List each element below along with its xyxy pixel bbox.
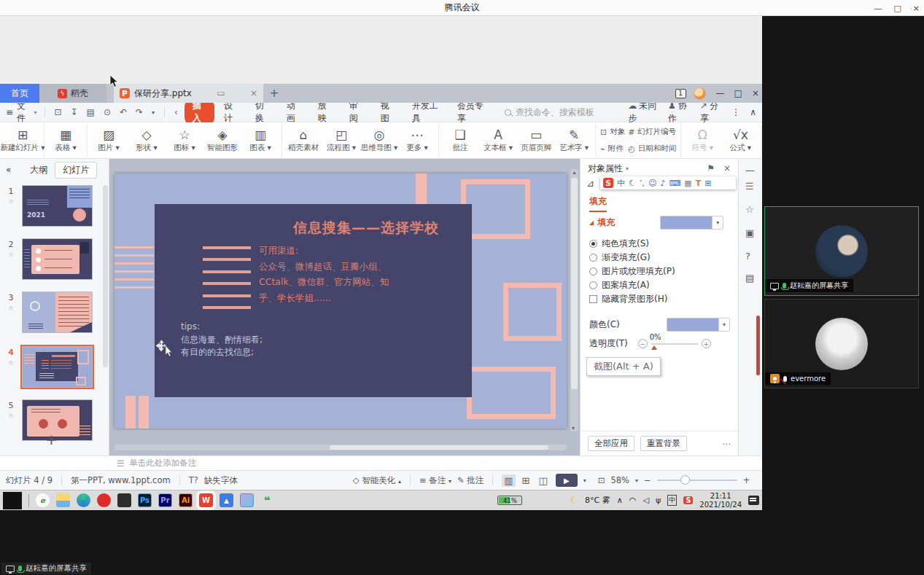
sogou-input-bar[interactable]: S 中 ☾ ’, ☺ ♪ ⌨ ▦ T ⊞: [600, 176, 736, 189]
undo-icon[interactable]: ↶: [117, 107, 129, 117]
fill-option-pattern[interactable]: 图案填充(A): [589, 279, 650, 292]
transparency-plus-button[interactable]: +: [702, 339, 711, 348]
ime-keyboard-icon[interactable]: ⌨: [669, 179, 680, 188]
ime-voice-icon[interactable]: ♪: [660, 179, 665, 188]
pin-icon[interactable]: ⚑: [707, 163, 715, 173]
fill-option-gradient[interactable]: 渐变填充(G): [589, 251, 651, 264]
redo-icon[interactable]: ↷: [133, 107, 145, 117]
zoom-in-button[interactable]: +: [743, 475, 750, 485]
ime-indicator[interactable]: 中: [667, 495, 677, 506]
reset-background-button[interactable]: 重置背景: [640, 436, 687, 451]
collapse-ribbon-icon[interactable]: ∧: [750, 107, 756, 117]
ribbon-button[interactable]: ✎艺术字 ▾: [555, 124, 593, 157]
apply-all-button[interactable]: 全部应用: [588, 436, 634, 451]
color-dropdown[interactable]: ▾: [667, 318, 730, 332]
fill-section-header[interactable]: ◢ 填充 ▾: [589, 216, 723, 230]
ribbon-button-object[interactable]: ⊡对象: [600, 127, 625, 137]
slide-thumbnail-4-selected[interactable]: [22, 346, 93, 388]
transparency-minus-button[interactable]: −: [638, 339, 648, 348]
ribbon-button[interactable]: ▨图片 ▾: [90, 124, 128, 157]
slide-content-card[interactable]: 信息搜集——选择学校 可用渠道:公众号、微博超话、豆瓣小组、CCtalk、微信群…: [155, 204, 472, 397]
wps-taskbar-icon[interactable]: W: [199, 493, 213, 507]
slide-thumbnail-2[interactable]: [22, 238, 93, 280]
properties-icon[interactable]: ☰: [745, 181, 754, 192]
ribbon-button[interactable]: ⊞新建幻灯片 ▾: [4, 124, 42, 157]
share-button[interactable]: ↗分享: [700, 100, 722, 125]
slider-marker[interactable]: [651, 345, 657, 350]
ribbon-button[interactable]: ◇形状 ▾: [128, 124, 166, 157]
canvas-horizontal-scrollbar[interactable]: [114, 445, 567, 450]
comment-button[interactable]: ✎ 批注: [457, 475, 484, 486]
ime-punct-icon[interactable]: ’,: [640, 179, 645, 188]
ime-ocr-icon[interactable]: ▦: [684, 179, 691, 188]
zoom-out-button[interactable]: −: [644, 475, 651, 485]
close-button[interactable]: ×: [913, 4, 920, 13]
ribbon-button[interactable]: ◰流程图 ▾: [322, 124, 360, 157]
beautify-wand-icon[interactable]: ☆: [745, 204, 754, 215]
add-slide-button[interactable]: +: [45, 431, 58, 448]
usb-icon[interactable]: ψ: [656, 496, 661, 505]
ribbon-button[interactable]: ⌂稻壳素材: [284, 124, 322, 157]
slide-thumbnail-3[interactable]: [22, 292, 93, 333]
participant-tile-evermore[interactable]: evermore: [764, 299, 919, 388]
tab-outline[interactable]: 大纲: [30, 164, 47, 176]
ribbon-button[interactable]: ⋯更多 ▾: [398, 124, 436, 157]
participant-tile-sharer[interactable]: 赵耘嘉的屏幕共享: [764, 206, 919, 296]
ribbon-button[interactable]: ▭页眉页脚: [517, 124, 555, 157]
ribbon-button[interactable]: ▥图表 ▾: [241, 124, 279, 157]
wps-close-button[interactable]: ×: [752, 88, 759, 98]
ime-skin-icon[interactable]: T: [696, 179, 702, 188]
sogou-tray-icon[interactable]: S: [683, 496, 693, 504]
sidebar-scrollbar[interactable]: [103, 185, 108, 367]
quickbar-more-icon[interactable]: ▾: [150, 109, 157, 116]
ime-night-icon[interactable]: ☾: [629, 179, 636, 188]
smart-beautify-button[interactable]: ◇ 智能美化 ▴: [353, 475, 401, 486]
fill-color-dropdown[interactable]: ▾: [660, 216, 723, 230]
wifi-icon[interactable]: ◠: [629, 496, 637, 505]
hide-background-checkbox[interactable]: 隐藏背景图形(H): [589, 293, 667, 305]
play-options-icon[interactable]: ▾: [583, 477, 586, 484]
preview-icon[interactable]: ⊙: [101, 107, 113, 117]
ribbon-scroll-left[interactable]: ‹: [172, 107, 180, 117]
wechat-icon[interactable]: ❝: [260, 493, 274, 507]
hidden-icons-chevron[interactable]: ∧: [617, 496, 623, 505]
ribbon-button[interactable]: ◎思维导图 ▾: [360, 124, 398, 157]
notes-button[interactable]: ≡ 备注 ▾: [419, 475, 451, 486]
ribbon-button[interactable]: ▦表格 ▾: [47, 124, 85, 157]
tab-slides[interactable]: 幻灯片: [55, 162, 97, 179]
strip-handle-icon[interactable]: —: [745, 165, 755, 176]
netease-music-icon[interactable]: [97, 493, 111, 507]
ribbon-button[interactable]: ☆图标 ▾: [166, 124, 203, 157]
command-search[interactable]: 查找命令、搜索模板: [505, 106, 624, 119]
file-menu[interactable]: ≡ 文件 ▾: [6, 100, 37, 125]
cloud-drive-icon[interactable]: ▲: [220, 493, 233, 507]
tab-close-icon[interactable]: ×: [250, 88, 257, 98]
reading-view-button[interactable]: ◫: [536, 474, 549, 487]
illustrator-icon[interactable]: Ai: [179, 493, 193, 507]
edge-icon[interactable]: [77, 493, 90, 507]
tab-pin-icon[interactable]: ▭: [217, 88, 225, 98]
start-button[interactable]: [3, 492, 22, 509]
ie-icon[interactable]: e: [36, 493, 50, 507]
ime-toolbox-icon[interactable]: ⊞: [704, 179, 711, 188]
tab-document[interactable]: P 保研分享.pptx ▭ ×: [114, 84, 263, 103]
output-icon[interactable]: ↧: [68, 107, 79, 117]
ime-emoji-icon[interactable]: ☺: [648, 179, 656, 188]
save-icon[interactable]: ⊡: [52, 107, 63, 117]
new-tab-button[interactable]: +: [263, 84, 285, 103]
tab-docer[interactable]: ϟ 稻壳: [39, 84, 106, 103]
ribbon-button-slide-number[interactable]: #幻灯片编号: [628, 127, 676, 137]
ime-mode-icon[interactable]: 中: [617, 178, 625, 189]
fill-tab[interactable]: 填充: [589, 195, 607, 212]
wps-minimize-button[interactable]: —: [716, 88, 725, 98]
maximize-button[interactable]: □: [893, 4, 901, 13]
transparency-slider[interactable]: 0%: [651, 343, 698, 345]
canvas-vertical-scrollbar[interactable]: ▴ ▾: [570, 169, 578, 431]
clock[interactable]: 21:112021/10/24: [699, 492, 742, 509]
ribbon-button[interactable]: A文本框 ▾: [479, 124, 517, 157]
ribbon-button-datetime[interactable]: ◴日期和时间: [628, 144, 676, 154]
volume-icon[interactable]: ◁: [642, 496, 648, 505]
zoom-options-icon[interactable]: ▾: [635, 477, 638, 484]
zoom-level[interactable]: 58%: [610, 475, 629, 485]
collaborate-button[interactable]: ♟协作: [668, 100, 691, 125]
